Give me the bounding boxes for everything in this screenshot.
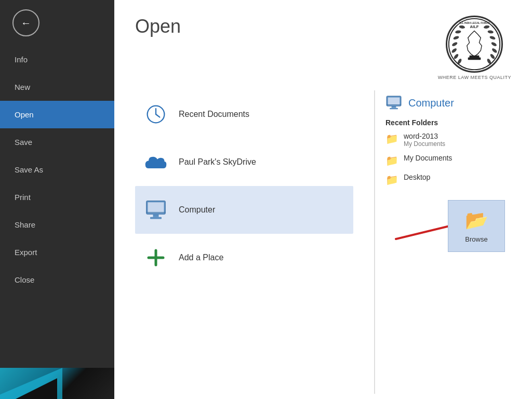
logo-svg: AILF ALL INDIA LEGAL FORUM xyxy=(446,17,503,71)
folder-name-desktop: Desktop xyxy=(404,173,430,181)
svg-rect-30 xyxy=(388,98,400,105)
browse-section: 📂 Browse xyxy=(385,203,522,249)
right-computer-icon xyxy=(385,96,402,110)
logo-area: AILF ALL INDIA LEGAL FORUM WHERE LAW MEE… xyxy=(438,16,511,80)
svg-rect-33 xyxy=(390,108,398,110)
svg-point-5 xyxy=(451,47,457,54)
folder-item-word2013[interactable]: 📁 word-2013 My Documents xyxy=(385,132,522,148)
recent-docs-label: Recent Documents xyxy=(179,110,249,119)
svg-line-21 xyxy=(156,114,159,117)
sidebar-item-save-as[interactable]: Save As xyxy=(0,156,114,183)
svg-rect-24 xyxy=(153,214,159,217)
logo-subtitle: WHERE LAW MEETS QUALITY xyxy=(438,75,511,80)
sidebar-item-info[interactable]: Info xyxy=(0,46,114,73)
svg-rect-23 xyxy=(148,202,164,212)
folder-path-word2013: My Documents xyxy=(404,140,445,148)
back-button[interactable]: ← xyxy=(12,9,39,36)
right-panel-header: Computer xyxy=(385,90,522,110)
folder-icon-desktop: 📁 xyxy=(385,174,398,186)
svg-point-6 xyxy=(454,53,460,59)
sidebar-item-close[interactable]: Close xyxy=(0,266,114,294)
svg-rect-17 xyxy=(470,56,480,58)
recent-folders-label: Recent Folders xyxy=(385,118,522,127)
folder-name-word2013: word-2013 xyxy=(404,132,445,140)
sidebar-item-print[interactable]: Print xyxy=(0,183,114,211)
folder-name-mydocs: My Documents xyxy=(404,154,452,162)
folder-icon-mydocs: 📁 xyxy=(385,154,398,167)
sidebar-decoration xyxy=(0,368,114,399)
right-panel: Computer Recent Folders 📁 word-2013 My D… xyxy=(375,90,532,394)
folder-info-mydocs: My Documents xyxy=(404,154,452,162)
add-place-label: Add a Place xyxy=(179,253,223,262)
svg-point-9 xyxy=(489,35,496,40)
svg-text:AILF: AILF xyxy=(470,24,479,29)
sidebar-item-export[interactable]: Export xyxy=(0,238,114,266)
svg-point-3 xyxy=(455,30,461,34)
svg-point-2 xyxy=(453,35,460,40)
main-header: Open xyxy=(114,0,532,85)
folder-item-desktop[interactable]: 📁 Desktop xyxy=(385,173,522,186)
main-content: Open xyxy=(114,0,532,399)
folder-info-desktop: Desktop xyxy=(404,173,430,181)
right-panel-title: Computer xyxy=(408,97,454,109)
sidebar-item-save[interactable]: Save xyxy=(0,128,114,156)
browse-folder-icon: 📂 xyxy=(465,209,488,231)
svg-point-13 xyxy=(490,53,496,59)
clock-icon xyxy=(143,102,168,127)
main-body: Recent Documents Paul Park's SkyDrive xyxy=(114,85,532,399)
svg-point-12 xyxy=(491,47,498,54)
browse-label: Browse xyxy=(465,235,487,243)
folder-info-word2013: word-2013 My Documents xyxy=(404,132,445,148)
svg-rect-32 xyxy=(392,106,396,108)
folder-icon-word2013: 📁 xyxy=(385,132,398,145)
open-option-skydrive[interactable]: Paul Park's SkyDrive xyxy=(135,138,353,186)
svg-rect-25 xyxy=(150,217,162,219)
open-option-add-place[interactable]: Add a Place xyxy=(135,234,353,282)
add-place-icon xyxy=(143,245,168,270)
svg-point-8 xyxy=(491,42,498,47)
svg-text:ALL INDIA LEGAL FORUM: ALL INDIA LEGAL FORUM xyxy=(459,22,490,24)
sidebar-item-new[interactable]: New xyxy=(0,73,114,101)
svg-point-1 xyxy=(451,42,458,47)
sidebar-nav: Info New Open Save Save As Print Share E… xyxy=(0,46,114,368)
computer-label: Computer xyxy=(179,205,215,215)
browse-button[interactable]: 📂 Browse xyxy=(448,200,505,252)
open-options: Recent Documents Paul Park's SkyDrive xyxy=(114,90,374,394)
cloud-icon xyxy=(143,150,168,175)
sidebar: ← Info New Open Save Save As Print Share… xyxy=(0,0,114,399)
page-title: Open xyxy=(135,16,181,37)
open-option-computer[interactable]: Computer xyxy=(135,186,353,234)
sidebar-item-open[interactable]: Open xyxy=(0,101,114,128)
logo-circle: AILF ALL INDIA LEGAL FORUM xyxy=(446,16,503,73)
computer-icon xyxy=(143,197,168,222)
sidebar-item-share[interactable]: Share xyxy=(0,211,114,238)
svg-point-10 xyxy=(488,30,494,34)
svg-point-11 xyxy=(484,25,490,29)
skydrive-label: Paul Park's SkyDrive xyxy=(179,157,256,167)
svg-point-4 xyxy=(459,25,466,29)
open-option-recent[interactable]: Recent Documents xyxy=(135,90,353,138)
folder-item-mydocs[interactable]: 📁 My Documents xyxy=(385,154,522,167)
